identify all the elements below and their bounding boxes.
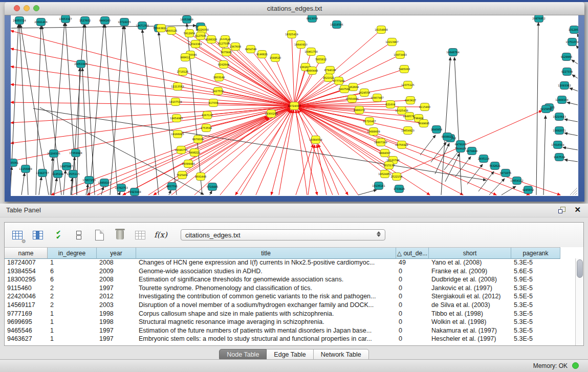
- graph-node[interactable]: 2718126: [177, 68, 188, 76]
- scrollbar-thumb[interactable]: [577, 259, 583, 278]
- column-header-name[interactable]: name: [5, 248, 48, 259]
- graph-node[interactable]: 20206506: [47, 150, 60, 158]
- table-row[interactable]: 1830029562008Estimation of significance …: [5, 275, 583, 284]
- graph-node[interactable]: 8466160: [99, 17, 111, 25]
- float-window-icon[interactable]: [558, 207, 565, 213]
- graph-node[interactable]: 9115460: [419, 103, 430, 111]
- graph-node[interactable]: 9146821: [256, 51, 268, 58]
- graph-node[interactable]: 9227334: [561, 68, 573, 76]
- graph-node[interactable]: 10807487: [371, 94, 383, 102]
- new-document-button[interactable]: [93, 228, 106, 242]
- network-view-canvas[interactable]: 2405572420691406106533271527602846616010…: [11, 15, 578, 196]
- graph-node[interactable]: 1624554: [359, 89, 370, 97]
- graph-node[interactable]: 9463627: [405, 97, 416, 104]
- graph-node[interactable]: 621604: [385, 101, 395, 108]
- graph-node[interactable]: 1733426: [394, 185, 405, 193]
- graph-node[interactable]: 8186328: [206, 36, 217, 43]
- column-header-in_degree[interactable]: in_degree: [48, 248, 97, 259]
- table-settings-button[interactable]: ⚙: [11, 228, 24, 242]
- close-panel-icon[interactable]: ✕: [574, 205, 581, 214]
- graph-node[interactable]: 2884067: [379, 149, 390, 157]
- graph-node[interactable]: 8813054: [307, 15, 318, 23]
- graph-node[interactable]: 15692071: [553, 127, 565, 135]
- column-header-short[interactable]: short: [429, 248, 511, 259]
- graph-node[interactable]: 17016504: [551, 141, 564, 149]
- graph-node[interactable]: 19218586: [330, 21, 343, 29]
- graph-node[interactable]: 8990448: [307, 67, 318, 75]
- graph-node[interactable]: 3267130: [202, 112, 213, 119]
- graph-node[interactable]: 10654112: [510, 177, 523, 185]
- column-header-year[interactable]: year: [97, 248, 136, 259]
- table-row[interactable]: 1872400712008Changes of HCN gene express…: [5, 258, 583, 267]
- graph-node[interactable]: 24055724: [13, 17, 26, 25]
- graph-node[interactable]: 1588520: [270, 54, 281, 62]
- table-selector-dropdown[interactable]: citations_edges.txt: [181, 229, 385, 240]
- graph-node[interactable]: 13342737: [36, 169, 49, 177]
- select-all-button[interactable]: ✔✔: [52, 228, 65, 242]
- graph-node[interactable]: 14671358: [136, 22, 148, 30]
- graph-node[interactable]: 10653327: [59, 15, 72, 23]
- graph-node[interactable]: 20691406: [34, 18, 47, 26]
- graph-node[interactable]: 7955812: [315, 56, 326, 63]
- graph-node[interactable]: 8471876: [500, 169, 511, 177]
- graph-node[interactable]: 1527602: [79, 17, 91, 25]
- graph-node[interactable]: 9127505: [195, 32, 206, 40]
- graph-node[interactable]: 19136141: [372, 182, 385, 190]
- graph-node[interactable]: 18807249: [374, 139, 387, 146]
- graph-node[interactable]: 1145194: [52, 170, 63, 178]
- graph-node[interactable]: 18325419: [285, 31, 298, 38]
- graph-node[interactable]: 2986372: [354, 106, 365, 114]
- graph-node[interactable]: 3675685: [221, 49, 232, 56]
- graph-node[interactable]: 10719155: [118, 18, 130, 26]
- table-row[interactable]: 2242004622012Investigating the contribut…: [5, 292, 583, 301]
- delete-rows-button[interactable]: [113, 228, 126, 242]
- show-column-button[interactable]: [31, 228, 45, 242]
- graph-node[interactable]: 8938923: [442, 133, 453, 141]
- graph-node[interactable]: 15720407: [363, 118, 376, 125]
- graph-node[interactable]: 8878335: [192, 136, 204, 143]
- graph-node[interactable]: 1753594: [201, 124, 212, 132]
- graph-node[interactable]: 19166825: [171, 130, 184, 138]
- graph-nodes[interactable]: 2405572420691406106533271527602846616010…: [11, 15, 578, 196]
- graph-node[interactable]: 7625402: [177, 171, 188, 179]
- graph-node[interactable]: 12444194: [555, 96, 568, 104]
- graph-node[interactable]: 1640954: [431, 126, 442, 134]
- graph-node[interactable]: 7663822: [156, 25, 167, 32]
- graph-node[interactable]: 16210643: [553, 113, 565, 121]
- table-body[interactable]: 1872400712008Changes of HCN gene express…: [5, 258, 583, 345]
- graph-node[interactable]: 1815132: [383, 162, 395, 169]
- graph-node[interactable]: 16154808: [375, 26, 387, 34]
- column-header-pagerank[interactable]: pagerank: [511, 248, 560, 259]
- graph-node[interactable]: 16053809: [180, 16, 193, 24]
- graph-node[interactable]: 6479197: [455, 141, 466, 148]
- table-row[interactable]: 969969511998Structural magnetic resonanc…: [5, 318, 583, 326]
- zoom-traffic-light[interactable]: [33, 5, 39, 11]
- graph-node[interactable]: 20876852: [532, 15, 545, 23]
- graph-node[interactable]: 7632621: [489, 162, 500, 170]
- graph-node[interactable]: 6794028: [324, 67, 336, 74]
- graph-node[interactable]: 12923448: [128, 188, 141, 196]
- graph-node[interactable]: 2522154: [391, 173, 402, 181]
- graph-node[interactable]: 5912954: [184, 30, 195, 37]
- window-titlebar[interactable]: citations_edges.txt: [5, 2, 584, 15]
- graph-node[interactable]: 15751074: [565, 38, 578, 46]
- graph-node[interactable]: 7485063: [399, 65, 410, 73]
- graph-node[interactable]: 11156889: [19, 165, 32, 173]
- graph-node[interactable]: 16640910: [294, 41, 307, 49]
- graph-node[interactable]: 16961758: [304, 48, 317, 56]
- graph-node[interactable]: 5498222: [189, 149, 200, 157]
- graph-node[interactable]: 1621022: [323, 74, 334, 82]
- minimize-traffic-light[interactable]: [24, 5, 30, 11]
- function-builder-button[interactable]: f(x): [154, 228, 167, 242]
- vertical-scrollbar[interactable]: [575, 258, 583, 345]
- table-row[interactable]: 1456911722003Disruption of a novel membe…: [5, 301, 583, 310]
- graph-node[interactable]: 12375125: [401, 81, 414, 89]
- close-traffic-light[interactable]: [14, 5, 20, 11]
- table-row[interactable]: 946362711997Embryonic stem cells: a mode…: [5, 335, 583, 343]
- graph-node[interactable]: 6497568: [339, 85, 350, 93]
- graph-node[interactable]: 16648784: [446, 49, 459, 56]
- graph-node[interactable]: 9857791: [166, 183, 178, 190]
- column-header-title[interactable]: title: [136, 248, 396, 259]
- graph-node[interactable]: 9242844: [218, 61, 229, 69]
- memory-ok-indicator[interactable]: [572, 362, 579, 369]
